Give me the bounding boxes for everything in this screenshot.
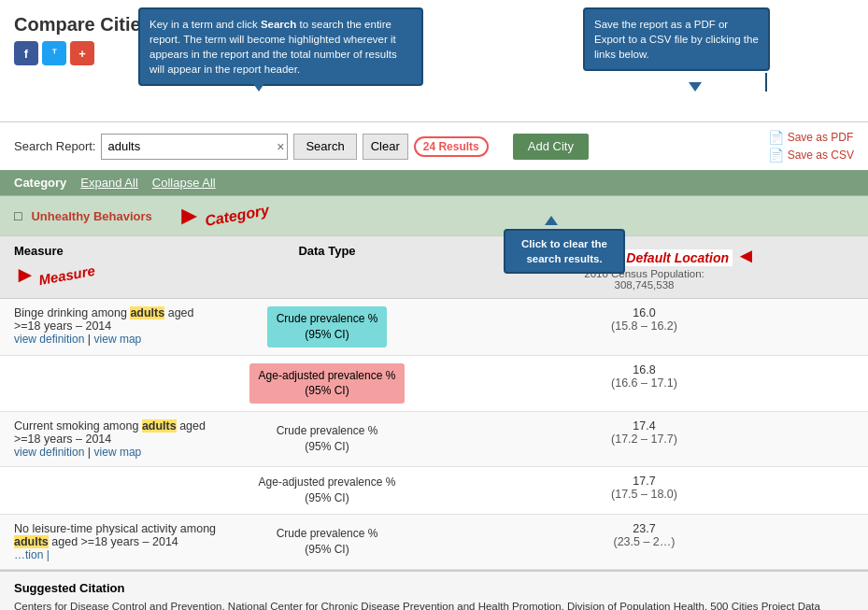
twitter-button[interactable]: ᵀ <box>42 41 66 65</box>
search-tooltip: Key in a term and click Search to search… <box>138 7 423 86</box>
data-type-col-header: Data Type <box>234 236 420 298</box>
citation-text: Centers for Disease Control and Preventi… <box>14 599 854 610</box>
clear-x-icon[interactable]: × <box>277 139 284 154</box>
category-label: Unhealthy Behaviors <box>31 209 151 223</box>
clear-tooltip-arrow <box>545 216 558 225</box>
citation-title: Suggested Citation <box>14 581 854 595</box>
tooltip2-arrow <box>689 82 702 92</box>
age-adj-plain-badge: Age-adjusted prevalence %(95% CI) <box>259 475 396 506</box>
add-city-button[interactable]: Add City <box>513 134 589 160</box>
clear-button[interactable]: Clear <box>363 134 408 160</box>
data-type-cell-3: Crude prevalence %(95% CI) <box>234 412 420 466</box>
view-definition-link-1[interactable]: view definition <box>14 333 84 346</box>
default-location-annotation: Default Location <box>622 249 733 266</box>
search-input[interactable] <box>101 134 288 160</box>
search-button[interactable]: Search <box>293 134 356 160</box>
highlight-adults-1: adults <box>130 306 164 319</box>
search-input-wrap: × <box>101 134 288 160</box>
table-header-bar: Category Expand All Collapse All <box>0 170 868 195</box>
us-value-cell-4: 17.7(17.5 – 18.0) <box>420 467 868 514</box>
save-csv-link[interactable]: 📄 Save as CSV <box>768 148 854 163</box>
citation-section: Suggested Citation Centers for Disease C… <box>0 570 868 610</box>
data-type-cell-5: Crude prevalence %(95% CI) <box>234 515 420 569</box>
table-row: Binge drinking among adults aged >=18 ye… <box>0 299 868 356</box>
highlight-adults-3: adults <box>14 535 49 548</box>
search-label: Search Report: <box>14 139 95 153</box>
category-annotation: Category <box>203 202 269 230</box>
crude-prevalence-badge: Crude prevalence %(95% CI) <box>267 306 388 348</box>
default-location-arrow: ◄ <box>736 244 757 267</box>
data-type-cell-4: Age-adjusted prevalence %(95% CI) <box>234 467 420 514</box>
us-value-cell-2: 16.8(16.6 – 17.1) <box>420 356 868 412</box>
view-definition-link-2[interactable]: view definition <box>14 446 84 459</box>
age-adjusted-badge: Age-adjusted prevalence %(95% CI) <box>249 363 406 404</box>
app-title: Compare Cities <box>14 14 151 35</box>
save-links: 📄 Save as PDF 📄 Save as CSV <box>768 130 854 163</box>
us-population: 308,745,538 <box>430 279 859 291</box>
measure-red-arrow: ► <box>14 262 36 288</box>
view-definition-link-3[interactable]: …tion | <box>14 548 50 561</box>
clear-tooltip: Click to clear thesearch results. <box>504 229 625 274</box>
category-row: □ Unhealthy Behaviors ► Category <box>0 195 868 235</box>
measure-cell-3: Current smoking among adults aged >=18 y… <box>0 412 234 466</box>
us-value-cell-3: 17.4(17.2 – 17.7) <box>420 412 868 466</box>
measure-col-header: Measure ► Measure <box>0 236 234 298</box>
category-header-label: Category <box>14 176 66 190</box>
view-map-link-2[interactable]: view map <box>94 446 142 459</box>
tooltip2-arrow-line <box>765 73 767 92</box>
table-row: No leisure-time physical activity among … <box>0 515 868 570</box>
view-map-link-1[interactable]: view map <box>94 333 142 346</box>
column-headers: Measure ► Measure Data Type United State… <box>0 235 868 299</box>
crude-plain-badge-2: Crude prevalence %(95% CI) <box>277 526 378 558</box>
data-type-cell-2: Age-adjusted prevalence %(95% CI) <box>234 356 420 412</box>
tooltip1-arrow <box>252 82 265 92</box>
measure-cell-empty <box>0 356 234 412</box>
googleplus-button[interactable]: + <box>70 41 94 65</box>
us-value-cell: 16.0(15.8 – 16.2) <box>420 299 868 355</box>
expand-all-button[interactable]: Expand All <box>80 176 137 190</box>
table-row: Age-adjusted prevalence %(95% CI) 16.8(1… <box>0 356 868 413</box>
facebook-button[interactable]: f <box>14 41 38 65</box>
results-badge[interactable]: 24 Results <box>414 136 489 157</box>
measure-annotation: Measure <box>37 262 96 287</box>
highlight-adults-2: adults <box>142 419 177 433</box>
category-toggle[interactable]: □ <box>14 208 21 223</box>
data-type-cell: Crude prevalence %(95% CI) <box>234 299 420 355</box>
us-sub-label: 2010 Census Population: <box>430 268 859 279</box>
content-area: Category Expand All Collapse All □ Unhea… <box>0 170 868 570</box>
category-red-arrow: ► <box>177 201 203 231</box>
table-row: Current smoking among adults aged >=18 y… <box>0 412 868 467</box>
us-value-cell-5: 23.7(23.5 – 2…) <box>420 515 868 569</box>
us-col-header: United States Default Location ◄ 2010 Ce… <box>420 236 868 298</box>
table-row: Age-adjusted prevalence %(95% CI) 17.7(1… <box>0 467 868 515</box>
save-pdf-link[interactable]: 📄 Save as PDF <box>768 130 854 145</box>
crude-plain-badge: Crude prevalence %(95% CI) <box>277 423 378 455</box>
save-tooltip: Save the report as a PDF or Export to a … <box>583 7 770 71</box>
measure-cell-4-empty <box>0 467 234 514</box>
collapse-all-button[interactable]: Collapse All <box>152 176 216 190</box>
measure-cell-5: No leisure-time physical activity among … <box>0 515 234 569</box>
measure-cell: Binge drinking among adults aged >=18 ye… <box>0 299 234 355</box>
